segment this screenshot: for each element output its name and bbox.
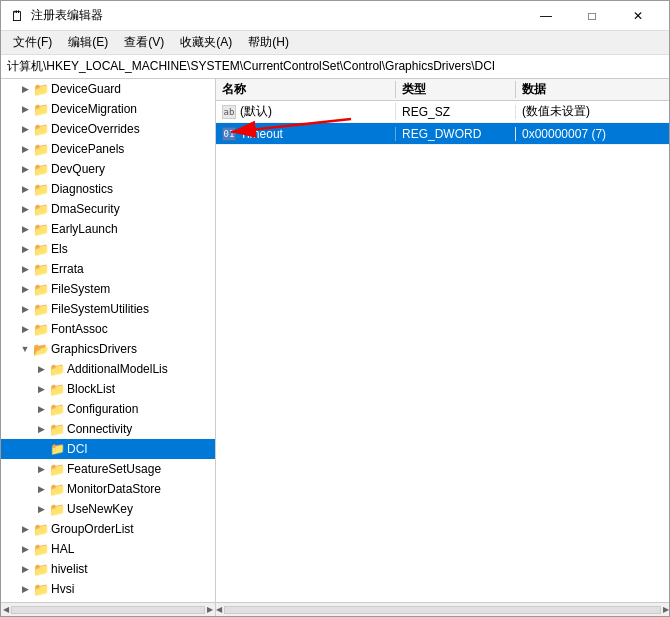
expander-icon: ▶ [17, 299, 33, 319]
tree-label: EarlyLaunch [49, 222, 118, 236]
tree-label: Diagnostics [49, 182, 113, 196]
expander-icon: ▶ [17, 159, 33, 179]
folder-icon: 📁 [33, 139, 49, 159]
tree-item-errata[interactable]: ▶ 📁 Errata [1, 259, 215, 279]
folder-icon: 📁 [33, 219, 49, 239]
expander-icon: ▶ [17, 259, 33, 279]
val-name-default: ab (默认) [216, 103, 396, 120]
tree-item-dci[interactable]: 📁 DCI [1, 439, 215, 459]
tree-item-fontassoc[interactable]: ▶ 📁 FontAssoc [1, 319, 215, 339]
expander-icon: ▶ [33, 379, 49, 399]
tree-item-devicepanels[interactable]: ▶ 📁 DevicePanels [1, 139, 215, 159]
expander-icon: ▶ [17, 119, 33, 139]
reg-dword-icon: 01 [222, 127, 236, 141]
tree-label: HAL [49, 542, 74, 556]
folder-icon: 📁 [33, 299, 49, 319]
scroll-right-arrow[interactable]: ▶ [207, 605, 213, 614]
reg-sz-icon: ab [222, 105, 236, 119]
menu-view[interactable]: 查看(V) [116, 32, 172, 54]
tree-item-filesystemutilities[interactable]: ▶ 📁 FileSystemUtilities [1, 299, 215, 319]
tree-item-hal[interactable]: ▶ 📁 HAL [1, 539, 215, 559]
folder-icon: 📁 [33, 79, 49, 99]
maximize-button[interactable]: □ [569, 1, 615, 31]
close-button[interactable]: ✕ [615, 1, 661, 31]
scroll-track[interactable] [11, 606, 205, 614]
tree-label: hivelist [49, 562, 88, 576]
menu-file[interactable]: 文件(F) [5, 32, 60, 54]
tree-item-deviceoverrides[interactable]: ▶ 📁 DeviceOverrides [1, 119, 215, 139]
tree-item-grouporderlist[interactable]: ▶ 📁 GroupOrderList [1, 519, 215, 539]
values-panel[interactable]: 名称 类型 数据 ab (默认) REG_SZ (数值未设置) 01 Timeo… [216, 79, 669, 602]
tree-panel[interactable]: ▶ 📁 DeviceGuard ▶ 📁 DeviceMigration ▶ 📁 … [1, 79, 216, 602]
expander-icon: ▶ [17, 559, 33, 579]
tree-scrollbar[interactable]: ◀ ▶ [1, 603, 216, 616]
folder-icon: 📁 [33, 519, 49, 539]
tree-item-earlylaunch[interactable]: ▶ 📁 EarlyLaunch [1, 219, 215, 239]
registry-editor-window: 🗒 注册表编辑器 — □ ✕ 文件(F) 编辑(E) 查看(V) 收藏夹(A) … [0, 0, 670, 617]
expander-icon: ▶ [17, 279, 33, 299]
val-data-default: (数值未设置) [516, 103, 669, 120]
menu-help[interactable]: 帮助(H) [240, 32, 297, 54]
scroll-track[interactable] [224, 606, 661, 614]
tree-item-els[interactable]: ▶ 📁 Els [1, 239, 215, 259]
minimize-button[interactable]: — [523, 1, 569, 31]
val-name-timeout: 01 Timeout [216, 127, 396, 141]
val-name-text: (默认) [240, 103, 272, 120]
expander-icon: ▶ [17, 519, 33, 539]
scroll-left-arrow[interactable]: ◀ [216, 605, 222, 614]
tree-label: GroupOrderList [49, 522, 134, 536]
tree-label: DeviceGuard [49, 82, 121, 96]
expander-icon: ▼ [17, 339, 33, 359]
val-type-timeout: REG_DWORD [396, 127, 516, 141]
tree-label: FontAssoc [49, 322, 108, 336]
tree-item-devquery[interactable]: ▶ 📁 DevQuery [1, 159, 215, 179]
tree-item-configuration[interactable]: ▶ 📁 Configuration [1, 399, 215, 419]
val-data-timeout: 0x00000007 (7) [516, 127, 669, 141]
tree-label: FeatureSetUsage [65, 462, 161, 476]
tree-label: DevQuery [49, 162, 105, 176]
tree-label: UseNewKey [65, 502, 133, 516]
tree-item-devicemigration[interactable]: ▶ 📁 DeviceMigration [1, 99, 215, 119]
expander-icon: ▶ [33, 499, 49, 519]
breadcrumb: 计算机\HKEY_LOCAL_MACHINE\SYSTEM\CurrentCon… [1, 55, 669, 79]
tree-item-dmasecurity[interactable]: ▶ 📁 DmaSecurity [1, 199, 215, 219]
folder-icon: 📁 [49, 379, 65, 399]
folder-icon: 📁 [49, 459, 65, 479]
tree-label: FileSystemUtilities [49, 302, 149, 316]
col-header-type: 类型 [396, 81, 516, 98]
values-scrollbar[interactable]: ◀ ▶ [216, 603, 669, 616]
folder-icon: 📁 [33, 579, 49, 599]
expander-icon: ▶ [17, 539, 33, 559]
scroll-left-arrow[interactable]: ◀ [3, 605, 9, 614]
tree-item-graphicsdrivers[interactable]: ▼ 📂 GraphicsDrivers [1, 339, 215, 359]
value-row-timeout[interactable]: 01 Timeout REG_DWORD 0x00000007 (7) [216, 123, 669, 145]
tree-item-monitordatastore[interactable]: ▶ 📁 MonitorDataStore [1, 479, 215, 499]
tree-item-filesystem[interactable]: ▶ 📁 FileSystem [1, 279, 215, 299]
expander-icon: ▶ [17, 219, 33, 239]
tree-item-connectivity[interactable]: ▶ 📁 Connectivity [1, 419, 215, 439]
tree-item-deviceguard[interactable]: ▶ 📁 DeviceGuard [1, 79, 215, 99]
tree-item-usenewkey[interactable]: ▶ 📁 UseNewKey [1, 499, 215, 519]
tree-item-diagnostics[interactable]: ▶ 📁 Diagnostics [1, 179, 215, 199]
scroll-right-arrow[interactable]: ▶ [663, 605, 669, 614]
tree-item-hivelist[interactable]: ▶ 📁 hivelist [1, 559, 215, 579]
menu-favorites[interactable]: 收藏夹(A) [172, 32, 240, 54]
value-row-default[interactable]: ab (默认) REG_SZ (数值未设置) [216, 101, 669, 123]
val-name-text: Timeout [240, 127, 283, 141]
tree-item-hvsi[interactable]: ▶ 📁 Hvsi [1, 579, 215, 599]
folder-icon: 📁 [33, 99, 49, 119]
expander-icon [33, 439, 49, 459]
window-controls: — □ ✕ [523, 1, 661, 31]
tree-label: BlockList [65, 382, 115, 396]
expander-icon: ▶ [17, 199, 33, 219]
col-header-data: 数据 [516, 81, 669, 98]
folder-icon: 📁 [49, 359, 65, 379]
tree-label: FileSystem [49, 282, 110, 296]
tree-item-additionalmodellis[interactable]: ▶ 📁 AdditionalModelLis [1, 359, 215, 379]
menu-bar: 文件(F) 编辑(E) 查看(V) 收藏夹(A) 帮助(H) [1, 31, 669, 55]
tree-item-featuresetusage[interactable]: ▶ 📁 FeatureSetUsage [1, 459, 215, 479]
tree-label: Hvsi [49, 582, 74, 596]
window-title: 注册表编辑器 [31, 7, 523, 24]
tree-item-blocklist[interactable]: ▶ 📁 BlockList [1, 379, 215, 399]
menu-edit[interactable]: 编辑(E) [60, 32, 116, 54]
